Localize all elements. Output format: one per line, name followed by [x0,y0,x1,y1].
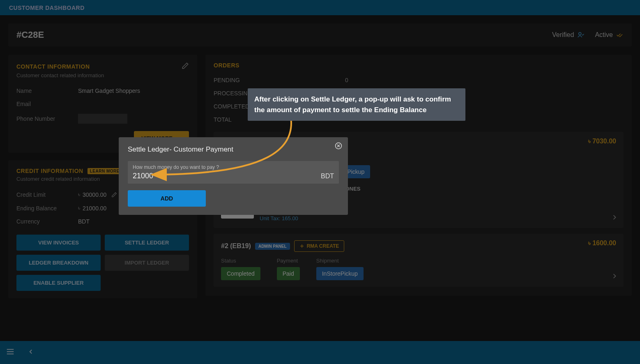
order-2-payment-label: Payment [277,258,300,264]
orders-title: ORDERS [214,62,624,69]
order-card-2[interactable]: #2 (EB19) ADMIN PANEL RMA CREATE ৳ 1600.… [214,234,624,287]
order-2-rma-label: RMA CREATE [307,243,339,249]
edit-contact-button[interactable] [182,62,189,71]
order-2-status-value: Completed [221,267,260,280]
modal-input-field[interactable]: How much money do you want to pay ? BDT [128,161,339,184]
contact-name-row: Name Smart Gadget Shoppers [16,84,189,97]
credit-limit-label: Credit Limit [16,191,78,198]
contact-name-value: Smart Gadget Shoppers [78,88,140,94]
order-1-amount: ৳ 7030.00 [588,138,616,145]
orders-pending-label: PENDING [214,77,345,83]
credit-currency-value: BDT [78,218,90,225]
svg-point-0 [579,32,581,35]
credit-limit-number: 30000.00 [83,191,106,198]
credit-ending-label: Ending Balance [16,205,78,212]
contact-email-row: Email [16,97,189,111]
orders-pending-value: 0 [345,77,348,83]
bottom-bar [0,341,640,364]
double-check-icon [616,31,624,39]
status-verified-label: Verified [552,31,574,39]
pencil-icon [182,62,189,69]
order-2-head: #2 (EB19) ADMIN PANEL RMA CREATE [221,240,616,252]
credit-ending-number: 21000.00 [83,205,106,212]
enable-supplier-button[interactable]: ENABLE SUPPLIER [16,275,101,291]
order-2-id: #2 (EB19) [221,242,251,250]
credit-currency-label: Currency [16,218,78,225]
modal-close-button[interactable] [335,142,342,151]
payment-amount-input[interactable] [133,172,215,180]
learn-more-label: LEARN MORE [90,169,120,173]
order-2-shipment-value: InStorePickup [316,267,364,280]
back-button[interactable] [27,348,35,357]
currency-symbol-icon: ৳ [78,191,80,198]
top-banner: CUSTOMER DASHBOARD [0,0,640,15]
menu-button[interactable] [6,347,15,358]
close-icon [335,142,342,150]
order-2-status-label: Status [221,258,260,264]
credit-limit-value: ৳ 30000.00 [78,191,117,198]
order-2-shipment-label: Shipment [316,258,364,264]
modal-title: Settle Ledger- Customer Payment [128,145,339,154]
chevron-right-icon [610,213,619,221]
status-active-label: Active [595,31,613,39]
order-2-amount: ৳ 1600.00 [588,240,616,247]
chevron-left-icon [27,348,35,355]
order-1-amount-value: 7030.00 [592,138,616,145]
contact-phone-value [78,114,127,124]
contact-name-label: Name [16,88,78,94]
menu-icon [6,347,15,356]
status-group: Verified Active [552,31,624,39]
settle-ledger-button[interactable]: SETTLE LEDGER [105,235,189,251]
order-1-expand-button[interactable] [610,213,619,223]
credit-ending-value: ৳ 21000.00 [78,205,106,212]
modal-input-label: How much money do you want to pay ? [133,164,334,170]
settle-ledger-modal: Settle Ledger- Customer Payment How much… [119,137,348,215]
ledger-breakdown-button[interactable]: LEDGER BREAKDOWN [16,255,101,271]
page-title: CUSTOMER DASHBOARD [9,5,85,11]
orders-pending-row: PENDING 0 [214,74,624,87]
credit-currency-row: Currency BDT [16,215,189,228]
contact-title: CONTACT INFORMATION [16,63,90,70]
contact-phone-label: Phone Number [16,115,78,122]
phone-mask [78,114,127,124]
view-invoices-button[interactable]: VIEW INVOICES [16,235,101,251]
customer-header: #C28E Verified Active [8,23,632,46]
import-ledger-button: IMPORT LEDGER [105,255,189,271]
chevron-right-icon [610,272,619,280]
order-2-amount-value: 1600.00 [592,240,616,247]
order-2-expand-button[interactable] [610,272,619,282]
contact-email-label: Email [16,101,78,107]
pencil-icon[interactable] [111,192,117,198]
customer-id: #C28E [16,30,44,40]
modal-currency-label: BDT [321,173,334,180]
order-2-admin-badge: ADMIN PANEL [255,243,290,250]
modal-add-button[interactable]: ADD [128,190,206,207]
contact-phone-row: Phone Number [16,111,189,127]
currency-symbol-icon: ৳ [588,240,591,247]
contact-subtitle: Customer contact related information [16,72,189,78]
order-2-payment-value: Paid [277,267,300,280]
credit-button-grid: VIEW INVOICES SETTLE LEDGER LEDGER BREAK… [16,235,189,291]
plus-icon [299,244,304,249]
user-check-icon [577,31,585,39]
product-tax: Unit Tax: 165.00 [260,215,360,221]
currency-symbol-icon: ৳ [78,205,80,212]
annotation-tooltip: After clicking on Settle Ledger, a pop-u… [248,88,465,121]
contact-title-row: CONTACT INFORMATION [16,62,189,71]
currency-symbol-icon: ৳ [588,138,591,145]
status-active: Active [595,31,624,39]
order-2-rma-button[interactable]: RMA CREATE [294,240,345,252]
order-2-fields: Status Completed Payment Paid Shipment I… [221,258,616,280]
credit-title: CREDIT INFORMATION [16,168,83,174]
status-verified: Verified [552,31,585,39]
